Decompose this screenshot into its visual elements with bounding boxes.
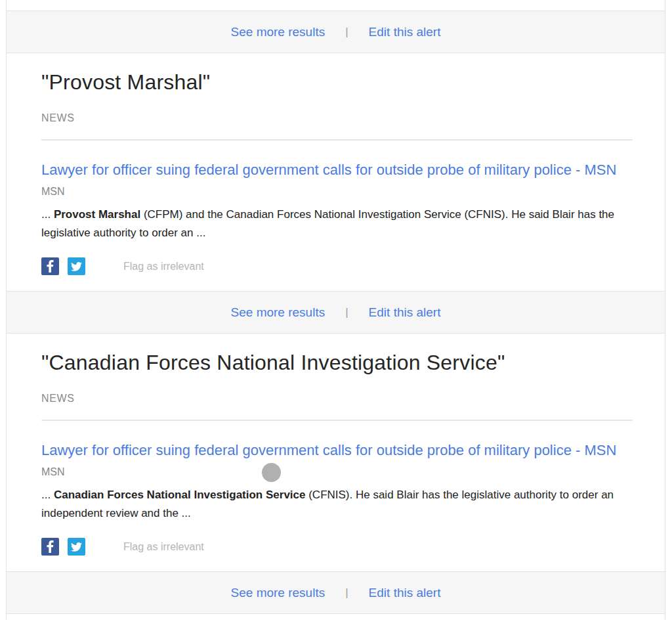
edit-this-alert-link[interactable]: Edit this alert bbox=[369, 586, 441, 600]
section-divider bbox=[41, 420, 633, 421]
alert-category-label: NEWS bbox=[41, 393, 633, 405]
snippet-prefix: ... bbox=[41, 489, 54, 501]
flag-as-irrelevant-link[interactable]: Flag as irrelevant bbox=[123, 261, 204, 273]
edit-this-alert-link[interactable]: Edit this alert bbox=[369, 305, 441, 320]
alert-section-cfnis: "Canadian Forces National Investigation … bbox=[7, 334, 665, 571]
previous-section-remnant bbox=[7, 0, 665, 11]
alerts-email-container: See more results | Edit this alert "Prov… bbox=[6, 0, 665, 620]
facebook-share-icon[interactable] bbox=[41, 538, 59, 556]
snippet-highlight: Canadian Forces National Investigation S… bbox=[54, 489, 306, 501]
action-bar-separator: | bbox=[345, 26, 348, 39]
page-bottom-margin bbox=[7, 614, 665, 620]
action-bar-middle: See more results | Edit this alert bbox=[7, 291, 665, 334]
edit-this-alert-link[interactable]: Edit this alert bbox=[369, 25, 441, 39]
flag-as-irrelevant-link[interactable]: Flag as irrelevant bbox=[123, 541, 204, 553]
alert-section-provost-marshal: "Provost Marshal" NEWS Lawyer for office… bbox=[7, 53, 665, 291]
alert-query-title: "Provost Marshal" bbox=[41, 69, 633, 95]
article-snippet: ... Provost Marshal (CFPM) and the Canad… bbox=[41, 206, 633, 242]
twitter-share-icon[interactable] bbox=[68, 257, 85, 275]
facebook-share-icon[interactable] bbox=[41, 257, 59, 275]
see-more-results-link[interactable]: See more results bbox=[231, 305, 326, 320]
article-headline-link[interactable]: Lawyer for officer suing federal governm… bbox=[41, 160, 633, 180]
alert-query-title: "Canadian Forces National Investigation … bbox=[41, 349, 633, 376]
article-snippet: ... Canadian Forces National Investigati… bbox=[41, 486, 633, 523]
social-share-row: Flag as irrelevant bbox=[41, 257, 633, 275]
see-more-results-link[interactable]: See more results bbox=[231, 586, 326, 600]
article-source: MSN bbox=[41, 466, 633, 478]
snippet-prefix: ... bbox=[41, 208, 54, 221]
action-bar-bottom: See more results | Edit this alert bbox=[7, 571, 665, 614]
section-divider bbox=[41, 139, 633, 141]
action-bar-separator: | bbox=[345, 306, 348, 319]
social-share-row: Flag as irrelevant bbox=[41, 538, 633, 556]
action-bar-top: See more results | Edit this alert bbox=[7, 11, 665, 53]
snippet-highlight: Provost Marshal bbox=[54, 208, 140, 221]
alert-category-label: NEWS bbox=[41, 112, 633, 124]
action-bar-separator: | bbox=[345, 586, 348, 600]
twitter-share-icon[interactable] bbox=[68, 538, 85, 556]
see-more-results-link[interactable]: See more results bbox=[231, 25, 326, 39]
article-source: MSN bbox=[41, 186, 633, 198]
article-headline-link[interactable]: Lawyer for officer suing federal governm… bbox=[41, 440, 633, 460]
